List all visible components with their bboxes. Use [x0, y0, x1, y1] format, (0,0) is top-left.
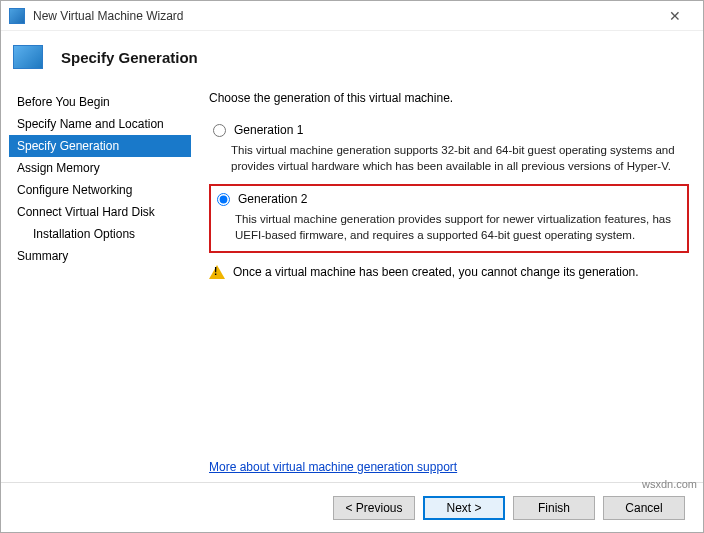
wizard-icon [13, 45, 43, 69]
prompt-text: Choose the generation of this virtual ma… [209, 91, 689, 105]
window-title: New Virtual Machine Wizard [33, 9, 655, 23]
watermark: wsxdn.com [642, 478, 697, 490]
next-button[interactable]: Next > [423, 496, 505, 520]
spacer [209, 279, 689, 456]
generation-1-radio[interactable] [213, 124, 226, 137]
generation-2-option: Generation 2 This virtual machine genera… [209, 184, 689, 253]
wizard-body: Before You Begin Specify Name and Locati… [1, 87, 703, 482]
generation-1-desc: This virtual machine generation supports… [231, 143, 689, 174]
generation-1-option: Generation 1 This virtual machine genera… [209, 119, 689, 174]
step-summary[interactable]: Summary [9, 245, 191, 267]
wizard-header: Specify Generation [1, 31, 703, 87]
app-icon [9, 8, 25, 24]
generation-2-label[interactable]: Generation 2 [238, 192, 307, 206]
step-configure-networking[interactable]: Configure Networking [9, 179, 191, 201]
step-specify-name[interactable]: Specify Name and Location [9, 113, 191, 135]
step-installation-options[interactable]: Installation Options [9, 223, 191, 245]
generation-radio-group: Generation 1 This virtual machine genera… [209, 119, 689, 253]
step-before-you-begin[interactable]: Before You Begin [9, 91, 191, 113]
wizard-steps: Before You Begin Specify Name and Locati… [9, 87, 191, 482]
step-specify-generation[interactable]: Specify Generation [9, 135, 191, 157]
step-assign-memory[interactable]: Assign Memory [9, 157, 191, 179]
wizard-content: Choose the generation of this virtual ma… [191, 87, 695, 482]
generation-1-label[interactable]: Generation 1 [234, 123, 303, 137]
titlebar: New Virtual Machine Wizard ✕ [1, 1, 703, 31]
warning-icon [209, 265, 225, 279]
warning-row: Once a virtual machine has been created,… [209, 265, 689, 279]
finish-button[interactable]: Finish [513, 496, 595, 520]
generation-2-radio[interactable] [217, 193, 230, 206]
warning-text: Once a virtual machine has been created,… [233, 265, 639, 279]
generation-2-desc: This virtual machine generation provides… [235, 212, 681, 243]
cancel-button[interactable]: Cancel [603, 496, 685, 520]
step-connect-vhd[interactable]: Connect Virtual Hard Disk [9, 201, 191, 223]
previous-button[interactable]: < Previous [333, 496, 415, 520]
wizard-window: New Virtual Machine Wizard ✕ Specify Gen… [0, 0, 704, 533]
close-button[interactable]: ✕ [655, 2, 695, 30]
more-about-link[interactable]: More about virtual machine generation su… [209, 460, 689, 474]
wizard-footer: < Previous Next > Finish Cancel [1, 482, 703, 532]
page-title: Specify Generation [61, 49, 198, 66]
